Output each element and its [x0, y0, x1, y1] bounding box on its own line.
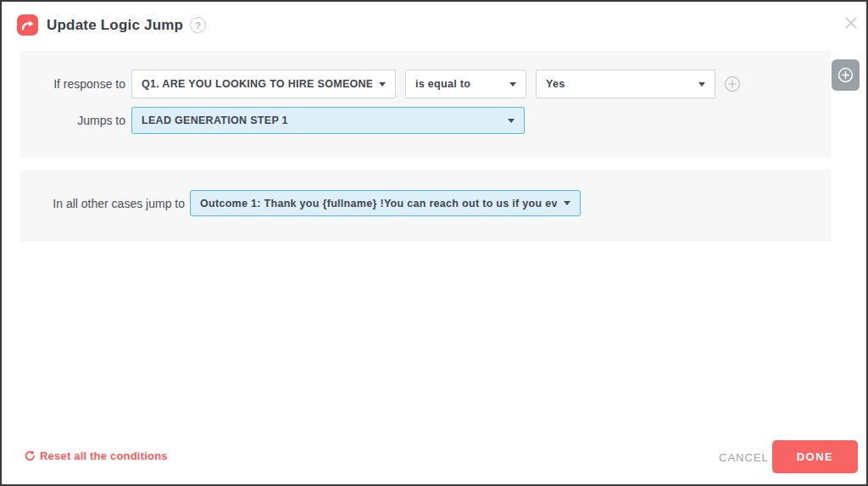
answer-select-value: Yes	[546, 78, 692, 90]
jump-target-select[interactable]: LEAD GENERATION STEP 1	[131, 107, 525, 134]
jump-target-select-value: LEAD GENERATION STEP 1	[142, 115, 501, 126]
chevron-down-icon	[509, 82, 516, 87]
close-icon[interactable]	[843, 15, 859, 31]
add-rule-button[interactable]	[832, 59, 860, 91]
all-other-cases-label: In all other cases jump to	[53, 197, 185, 210]
add-condition-plus-icon[interactable]	[724, 75, 741, 92]
done-button[interactable]: DONE	[772, 440, 858, 473]
chevron-down-icon	[508, 119, 515, 123]
help-icon[interactable]: ?	[190, 17, 206, 33]
reset-conditions-link[interactable]: Reset all the conditions	[24, 450, 168, 462]
operator-select[interactable]: is equal to	[405, 70, 526, 98]
chevron-down-icon	[379, 82, 386, 87]
fallback-target-select-value: Outcome 1: Thank you {fullname} !You can…	[200, 198, 557, 209]
logic-jump-arrow-icon	[17, 14, 38, 36]
answer-select[interactable]: Yes	[536, 70, 715, 98]
reset-refresh-icon	[24, 450, 35, 461]
dialog-header: Update Logic Jump ?	[17, 14, 206, 36]
chevron-down-icon	[564, 201, 570, 205]
if-response-to-label: If response to	[53, 77, 125, 91]
dialog-title: Update Logic Jump	[47, 17, 183, 34]
reset-conditions-label: Reset all the conditions	[40, 450, 168, 462]
update-logic-jump-dialog: Update Logic Jump ? If response to Q1. A…	[0, 0, 868, 486]
fallback-panel: In all other cases jump to Outcome 1: Th…	[20, 170, 831, 242]
chevron-down-icon	[698, 82, 705, 87]
add-rule-plus-icon	[837, 67, 854, 83]
jumps-to-label: Jumps to	[77, 114, 125, 127]
cancel-button[interactable]: CANCEL	[719, 451, 769, 464]
operator-select-value: is equal to	[415, 78, 503, 90]
question-select[interactable]: Q1. ARE YOU LOOKING TO HIRE SOMEONE?	[131, 70, 396, 98]
question-select-value: Q1. ARE YOU LOOKING TO HIRE SOMEONE?	[142, 78, 372, 90]
condition-panel: If response to Q1. ARE YOU LOOKING TO HI…	[20, 51, 831, 158]
fallback-target-select[interactable]: Outcome 1: Thank you {fullname} !You can…	[190, 190, 581, 216]
